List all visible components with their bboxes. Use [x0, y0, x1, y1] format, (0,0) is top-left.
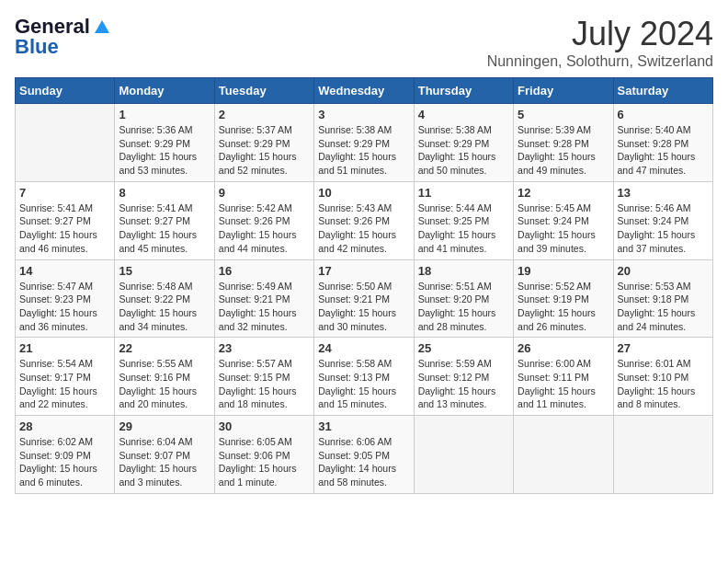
day-info: Sunrise: 5:44 AM Sunset: 9:25 PM Dayligh… [418, 201, 509, 256]
day-info: Sunrise: 5:42 AM Sunset: 9:26 PM Dayligh… [219, 201, 310, 256]
day-info: Sunrise: 5:52 AM Sunset: 9:19 PM Dayligh… [518, 280, 609, 334]
calendar-table: SundayMondayTuesdayWednesdayThursdayFrid… [15, 77, 713, 494]
day-info: Sunrise: 5:41 AM Sunset: 9:27 PM Dayligh… [19, 201, 110, 256]
calendar-cell: 12Sunrise: 5:45 AM Sunset: 9:24 PM Dayli… [514, 181, 613, 259]
day-number: 23 [219, 341, 310, 355]
day-info: Sunrise: 6:02 AM Sunset: 9:09 PM Dayligh… [19, 435, 110, 489]
day-number: 5 [518, 108, 609, 121]
day-info: Sunrise: 5:58 AM Sunset: 9:13 PM Dayligh… [318, 357, 409, 411]
calendar-cell: 28Sunrise: 6:02 AM Sunset: 9:09 PM Dayli… [16, 416, 115, 494]
day-number: 26 [518, 341, 609, 355]
calendar-cell: 18Sunrise: 5:51 AM Sunset: 9:20 PM Dayli… [414, 259, 513, 338]
calendar-cell: 6Sunrise: 5:40 AM Sunset: 9:28 PM Daylig… [613, 104, 712, 182]
calendar-cell: 21Sunrise: 5:54 AM Sunset: 9:17 PM Dayli… [16, 338, 115, 416]
header: General Blue July 2024 Nunningen, Soloth… [15, 15, 713, 70]
calendar-cell: 31Sunrise: 6:06 AM Sunset: 9:05 PM Dayli… [314, 416, 414, 494]
day-info: Sunrise: 5:55 AM Sunset: 9:16 PM Dayligh… [119, 357, 210, 411]
day-number: 4 [418, 108, 509, 121]
calendar-cell: 20Sunrise: 5:53 AM Sunset: 9:18 PM Dayli… [613, 259, 712, 338]
logo-icon [94, 18, 110, 35]
col-header-wednesday: Wednesday [314, 78, 414, 104]
calendar-cell: 15Sunrise: 5:48 AM Sunset: 9:22 PM Dayli… [115, 259, 214, 338]
calendar-cell: 10Sunrise: 5:43 AM Sunset: 9:26 PM Dayli… [314, 181, 414, 259]
day-info: Sunrise: 5:51 AM Sunset: 9:20 PM Dayligh… [418, 280, 509, 334]
day-info: Sunrise: 5:59 AM Sunset: 9:12 PM Dayligh… [418, 357, 509, 411]
calendar-cell: 23Sunrise: 5:57 AM Sunset: 9:15 PM Dayli… [214, 338, 313, 416]
day-info: Sunrise: 6:05 AM Sunset: 9:06 PM Dayligh… [219, 435, 310, 489]
week-row-3: 14Sunrise: 5:47 AM Sunset: 9:23 PM Dayli… [16, 259, 713, 338]
month-title: July 2024 [487, 15, 713, 53]
calendar-cell: 9Sunrise: 5:42 AM Sunset: 9:26 PM Daylig… [214, 181, 313, 259]
calendar-cell: 4Sunrise: 5:38 AM Sunset: 9:29 PM Daylig… [414, 104, 513, 182]
day-info: Sunrise: 5:40 AM Sunset: 9:28 PM Dayligh… [618, 123, 709, 178]
calendar-cell: 8Sunrise: 5:41 AM Sunset: 9:27 PM Daylig… [115, 181, 214, 259]
col-header-tuesday: Tuesday [214, 78, 313, 104]
day-info: Sunrise: 5:41 AM Sunset: 9:27 PM Dayligh… [119, 201, 210, 256]
calendar-cell [613, 416, 712, 494]
day-number: 28 [19, 419, 110, 433]
calendar-header: SundayMondayTuesdayWednesdayThursdayFrid… [16, 78, 713, 104]
week-row-5: 28Sunrise: 6:02 AM Sunset: 9:09 PM Dayli… [16, 416, 713, 494]
day-number: 18 [418, 264, 509, 278]
calendar-cell [414, 416, 513, 494]
day-number: 6 [618, 108, 709, 121]
day-number: 1 [119, 108, 210, 121]
day-info: Sunrise: 5:50 AM Sunset: 9:21 PM Dayligh… [318, 280, 409, 334]
calendar-cell: 7Sunrise: 5:41 AM Sunset: 9:27 PM Daylig… [16, 181, 115, 259]
calendar-cell: 26Sunrise: 6:00 AM Sunset: 9:11 PM Dayli… [514, 338, 613, 416]
day-info: Sunrise: 5:54 AM Sunset: 9:17 PM Dayligh… [19, 357, 110, 411]
col-header-friday: Friday [514, 78, 613, 104]
day-info: Sunrise: 5:46 AM Sunset: 9:24 PM Dayligh… [618, 201, 709, 256]
calendar-cell: 22Sunrise: 5:55 AM Sunset: 9:16 PM Dayli… [115, 338, 214, 416]
logo: General Blue [15, 15, 110, 59]
day-number: 12 [518, 186, 609, 200]
week-row-2: 7Sunrise: 5:41 AM Sunset: 9:27 PM Daylig… [16, 181, 713, 259]
day-info: Sunrise: 5:38 AM Sunset: 9:29 PM Dayligh… [318, 123, 409, 178]
calendar-cell: 16Sunrise: 5:49 AM Sunset: 9:21 PM Dayli… [214, 259, 313, 338]
calendar-cell: 2Sunrise: 5:37 AM Sunset: 9:29 PM Daylig… [214, 104, 313, 182]
day-info: Sunrise: 5:37 AM Sunset: 9:29 PM Dayligh… [219, 123, 310, 178]
week-row-1: 1Sunrise: 5:36 AM Sunset: 9:29 PM Daylig… [16, 104, 713, 182]
col-header-saturday: Saturday [613, 78, 712, 104]
day-number: 19 [518, 264, 609, 278]
day-number: 17 [318, 264, 409, 278]
col-header-monday: Monday [115, 78, 214, 104]
location-title: Nunningen, Solothurn, Switzerland [487, 53, 713, 70]
week-row-4: 21Sunrise: 5:54 AM Sunset: 9:17 PM Dayli… [16, 338, 713, 416]
day-info: Sunrise: 5:45 AM Sunset: 9:24 PM Dayligh… [518, 201, 609, 256]
day-info: Sunrise: 6:00 AM Sunset: 9:11 PM Dayligh… [518, 357, 609, 411]
day-number: 25 [418, 341, 509, 355]
day-info: Sunrise: 6:01 AM Sunset: 9:10 PM Dayligh… [618, 357, 709, 411]
day-number: 29 [119, 419, 210, 433]
calendar-cell: 24Sunrise: 5:58 AM Sunset: 9:13 PM Dayli… [314, 338, 414, 416]
calendar-cell: 11Sunrise: 5:44 AM Sunset: 9:25 PM Dayli… [414, 181, 513, 259]
calendar-cell: 14Sunrise: 5:47 AM Sunset: 9:23 PM Dayli… [16, 259, 115, 338]
calendar-cell: 19Sunrise: 5:52 AM Sunset: 9:19 PM Dayli… [514, 259, 613, 338]
day-info: Sunrise: 5:47 AM Sunset: 9:23 PM Dayligh… [19, 280, 110, 334]
day-number: 13 [618, 186, 709, 200]
day-info: Sunrise: 6:04 AM Sunset: 9:07 PM Dayligh… [119, 435, 210, 489]
day-info: Sunrise: 5:38 AM Sunset: 9:29 PM Dayligh… [418, 123, 509, 178]
title-area: July 2024 Nunningen, Solothurn, Switzerl… [487, 15, 713, 70]
day-info: Sunrise: 5:48 AM Sunset: 9:22 PM Dayligh… [119, 280, 210, 334]
day-number: 27 [618, 341, 709, 355]
calendar-cell [514, 416, 613, 494]
calendar-cell: 1Sunrise: 5:36 AM Sunset: 9:29 PM Daylig… [115, 104, 214, 182]
day-info: Sunrise: 5:43 AM Sunset: 9:26 PM Dayligh… [318, 201, 409, 256]
day-number: 10 [318, 186, 409, 200]
day-number: 8 [119, 186, 210, 200]
day-number: 16 [219, 264, 310, 278]
day-number: 20 [618, 264, 709, 278]
calendar-cell: 29Sunrise: 6:04 AM Sunset: 9:07 PM Dayli… [115, 416, 214, 494]
day-number: 31 [318, 419, 409, 433]
day-number: 14 [19, 264, 110, 278]
day-info: Sunrise: 5:36 AM Sunset: 9:29 PM Dayligh… [119, 123, 210, 178]
day-info: Sunrise: 5:53 AM Sunset: 9:18 PM Dayligh… [618, 280, 709, 334]
day-number: 9 [219, 186, 310, 200]
col-header-sunday: Sunday [16, 78, 115, 104]
day-info: Sunrise: 5:49 AM Sunset: 9:21 PM Dayligh… [219, 280, 310, 334]
calendar-cell [16, 104, 115, 182]
day-info: Sunrise: 5:57 AM Sunset: 9:15 PM Dayligh… [219, 357, 310, 411]
day-number: 22 [119, 341, 210, 355]
day-number: 11 [418, 186, 509, 200]
